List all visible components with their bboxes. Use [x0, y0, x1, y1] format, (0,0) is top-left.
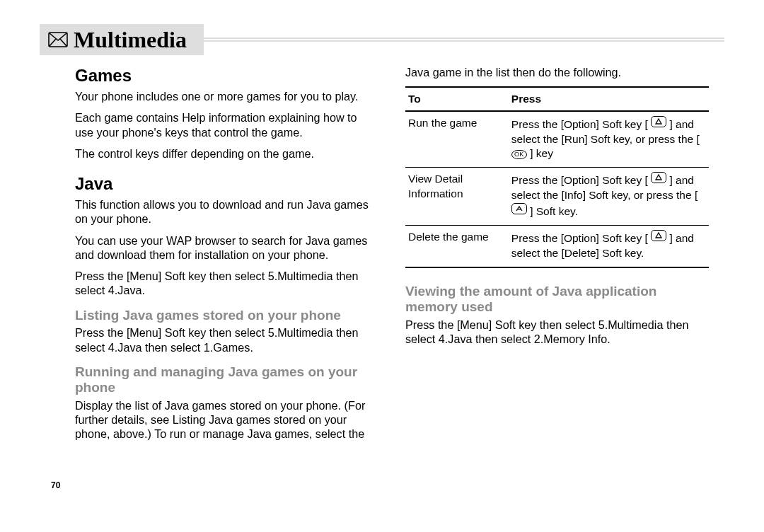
body-text: You can use your WAP browser to search f… [75, 233, 378, 262]
body-text: Each game contains Help information expl… [75, 110, 378, 139]
envelope-icon [45, 32, 71, 47]
body-text: This function allows you to download and… [75, 197, 378, 226]
cell-press: Press the [Option] Soft key [ ] and sele… [509, 111, 709, 168]
body-text: Press the [Menu] Soft key then select 5.… [75, 269, 378, 298]
table-header-to: To [405, 87, 509, 110]
table-header-press: Press [509, 87, 709, 110]
table-row: Run the game Press the [Option] Soft key… [405, 111, 709, 168]
heading-games: Games [75, 65, 378, 86]
subheading-viewing: Viewing the amount of Java application m… [405, 284, 709, 315]
ok-key-icon: OK [511, 150, 527, 159]
subheading-listing: Listing Java games stored on your phone [75, 308, 378, 323]
body-text: Press the [Menu] Soft key then select 5.… [75, 325, 378, 354]
right-column: Java game in the list then do the follow… [405, 65, 709, 441]
body-text: Java game in the list then do the follow… [405, 65, 709, 79]
cell-to: View Detail Information [405, 168, 509, 226]
chapter-title: Multimedia [74, 27, 187, 53]
softkey-icon [651, 172, 666, 183]
table-row: Delete the game Press the [Option] Soft … [405, 226, 709, 267]
header-rule [204, 24, 724, 55]
manual-page: Multimedia Games Your phone includes one… [0, 0, 764, 532]
content-columns: Games Your phone includes one or more ga… [30, 65, 734, 441]
page-number: 70 [51, 480, 60, 490]
cell-press: Press the [Option] Soft key [ ] and sele… [509, 226, 709, 267]
body-text: The control keys differ depending on the… [75, 146, 378, 161]
actions-table: To Press Run the game Press the [Option]… [405, 86, 709, 268]
chapter-header: Multimedia [40, 24, 724, 55]
softkey-icon [651, 116, 666, 127]
chapter-tab: Multimedia [40, 24, 204, 55]
body-text: Display the list of Java games stored on… [75, 398, 378, 441]
body-text: Press the [Menu] Soft key then select 5.… [405, 318, 709, 347]
body-text: Your phone includes one or more games fo… [75, 89, 378, 103]
cell-to: Delete the game [405, 226, 509, 267]
table-row: View Detail Information Press the [Optio… [405, 168, 709, 226]
left-column: Games Your phone includes one or more ga… [75, 65, 378, 441]
softkey-alt-icon [511, 203, 527, 214]
cell-to: Run the game [405, 111, 509, 168]
cell-press: Press the [Option] Soft key [ ] and sele… [509, 168, 709, 226]
softkey-icon [651, 230, 666, 241]
heading-java: Java [75, 173, 378, 195]
subheading-running: Running and managing Java games on your … [75, 364, 378, 395]
